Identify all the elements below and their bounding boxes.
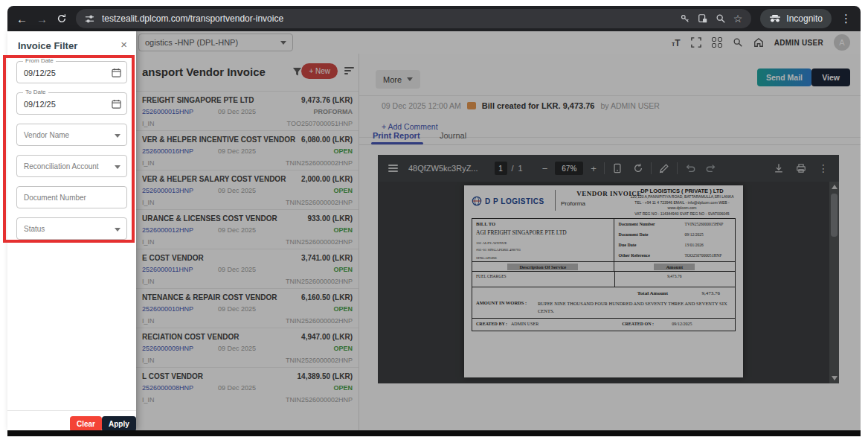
invoice-tag: I_IN <box>142 317 155 325</box>
chevron-down-icon <box>115 134 120 138</box>
amount-in-words-label: AMOUNT IN WORDS : <box>476 300 527 305</box>
document-number-link[interactable]: 2526000015HNP <box>142 108 193 115</box>
new-invoice-button[interactable]: + New <box>301 63 338 79</box>
avatar[interactable]: A <box>834 34 850 51</box>
status-badge: OPEN <box>333 305 353 313</box>
reload-icon[interactable] <box>57 13 67 24</box>
document-number-link[interactable]: 2526000011HNP <box>142 266 193 273</box>
invoice-list-item[interactable]: VER & HELPER SALARY COST VENDOR 2,000.00… <box>136 170 359 209</box>
fullscreen-icon[interactable] <box>691 37 701 48</box>
scroll-up-icon[interactable] <box>832 185 838 189</box>
pdf-scrollbar[interactable] <box>829 182 839 383</box>
send-mail-button[interactable]: Send Mail <box>757 68 811 86</box>
vendor-name: RECIATION COST VENDOR <box>142 333 239 341</box>
company-contact: TEL - +94 11 4 723946 EMAIL - info@dplco… <box>624 200 740 211</box>
install-app-icon[interactable] <box>698 13 708 24</box>
zoom-out-icon[interactable]: − <box>542 163 548 174</box>
reconciliation-account-select[interactable]: Reconciliation Account <box>16 155 127 177</box>
invoice-list-item[interactable]: NTENANCE & REPAIR COST VENDOR 6,160.50 (… <box>136 288 359 328</box>
invoice-tag: I_IN <box>142 199 155 206</box>
status-badge: OPEN <box>333 384 353 392</box>
invoice-copy-type: Proforma <box>561 200 585 207</box>
service-amount: 9,473.76 <box>614 274 735 278</box>
invoice-reference: TNIN2526000002HNP <box>286 159 353 167</box>
invoice-list-item[interactable]: FREIGHT SINGAPORE PTE LTD 9,473.76 (LKR)… <box>136 91 359 130</box>
app-search-icon[interactable] <box>733 37 743 48</box>
vendor-name-select[interactable]: Vendor Name <box>16 124 127 146</box>
from-date-field[interactable]: From Date 09/12/25 <box>16 61 127 83</box>
sort-icon[interactable] <box>344 67 354 76</box>
url-text[interactable]: testzealit.dplcom.com/transportvendor-in… <box>102 13 672 24</box>
pdf-page-separator: / <box>512 164 514 173</box>
view-button[interactable]: View <box>811 68 850 86</box>
scrollbar-thumb[interactable] <box>831 194 838 237</box>
site-settings-icon[interactable] <box>85 14 94 24</box>
document-number-link[interactable]: 2526000013HNP <box>142 187 193 194</box>
logo-text: D P LOGISTICS <box>485 197 544 205</box>
other-reference-value: TOO2507000051HNP <box>685 253 722 258</box>
zoom-in-icon[interactable]: + <box>591 163 597 174</box>
back-icon[interactable]: ← <box>16 13 28 25</box>
redo-icon[interactable] <box>706 163 716 173</box>
filter-icon[interactable] <box>292 67 302 77</box>
pdf-more-icon[interactable]: ⋮ <box>818 162 829 174</box>
print-icon[interactable] <box>796 163 806 173</box>
forward-icon[interactable]: → <box>36 13 48 25</box>
undo-icon[interactable] <box>685 163 695 173</box>
document-number-link[interactable]: 2526000008HNP <box>142 384 193 392</box>
document-number-link[interactable]: 2526000010HNP <box>142 305 193 313</box>
document-number-link[interactable]: 2526000012HNP <box>142 226 193 234</box>
more-button-label: More <box>383 75 402 84</box>
service-description: FUEL CHARGES <box>476 274 507 278</box>
invoice-list-item[interactable]: VER & HELPER INCENTIVE COST VENDOR 6,080… <box>136 130 359 170</box>
amount-column-header: Amount <box>654 264 695 270</box>
invoice-tag: I_IN <box>142 396 155 404</box>
more-button[interactable]: More <box>376 70 420 89</box>
home-icon[interactable] <box>753 37 764 48</box>
apply-button[interactable]: Apply <box>102 416 136 432</box>
invoice-list-item[interactable]: E COST VENDOR 3,741.00 (LKR) 2526000011H… <box>136 249 359 288</box>
vendor-name: FREIGHT SINGAPORE PTE LTD <box>142 96 254 104</box>
fit-page-icon[interactable] <box>612 163 623 173</box>
invoice-list-item[interactable]: L COST VENDOR 14,389.50 (LKR) 2526000008… <box>136 367 359 406</box>
divider <box>677 162 678 174</box>
rotate-icon[interactable] <box>633 163 643 173</box>
invoice-document-page: D P LOGISTICS Proforma VENDOR INVOICE DP… <box>464 185 743 377</box>
download-icon[interactable] <box>774 163 784 173</box>
pdf-menu-icon[interactable] <box>388 163 398 174</box>
document-number-input[interactable]: Document Number <box>16 186 127 208</box>
apps-grid-icon[interactable] <box>712 37 722 48</box>
document-number-link[interactable]: 2526000016HNP <box>142 147 193 155</box>
chevron-down-icon <box>407 77 413 81</box>
pdf-page-input[interactable]: 1 <box>495 162 507 175</box>
bookmark-star-icon[interactable]: ☆ <box>733 13 743 24</box>
created-on-value: 09/12/2025 <box>672 322 692 326</box>
calendar-icon[interactable] <box>112 68 121 77</box>
close-icon[interactable]: × <box>120 38 127 51</box>
document-number-link[interactable]: 2526000009HNP <box>142 345 193 352</box>
invoice-list-item[interactable]: URANCE & LICENSES COST VENDOR 933.00 (LK… <box>136 209 359 249</box>
invoice-tag: I_IN <box>142 278 155 285</box>
clear-button[interactable]: Clear <box>70 416 102 432</box>
status-select[interactable]: Status <box>16 217 127 240</box>
company-info-block: DP LOGISTICS ( PRIVATE ) LTD 120,120 A,P… <box>624 188 740 217</box>
text-format-icon[interactable]: тT <box>672 36 681 49</box>
tab-journal[interactable]: Journal <box>440 131 466 140</box>
search-icon[interactable] <box>716 13 726 24</box>
scroll-down-icon[interactable] <box>832 376 838 380</box>
company-selector[interactable]: ogistics -HNP (DPL-HNP) <box>138 34 293 51</box>
filter-title: Invoice Filter <box>18 40 77 51</box>
add-comment-link[interactable]: + Add Comment <box>382 122 438 131</box>
vendor-name: VER & HELPER SALARY COST VENDOR <box>142 175 286 183</box>
status-placeholder: Status <box>24 225 45 233</box>
password-key-icon[interactable] <box>680 13 690 24</box>
to-date-field[interactable]: To Date 09/12/25 <box>16 92 127 115</box>
timeline-timestamp: 09 Dec 2025 12:00 AM <box>382 101 461 110</box>
timeline-message: Bill created for LKR. 9,473.76 <box>482 101 595 110</box>
calendar-icon[interactable] <box>112 99 121 109</box>
address-bar[interactable]: testzealit.dplcom.com/transportvendor-in… <box>76 9 751 28</box>
tab-print-report[interactable]: Print Report <box>373 131 420 140</box>
browser-menu-icon[interactable]: ⋮ <box>840 12 852 25</box>
annotate-pen-icon[interactable] <box>659 163 669 173</box>
invoice-list-item[interactable]: RECIATION COST VENDOR 4,947.00 (LKR) 252… <box>136 328 359 367</box>
